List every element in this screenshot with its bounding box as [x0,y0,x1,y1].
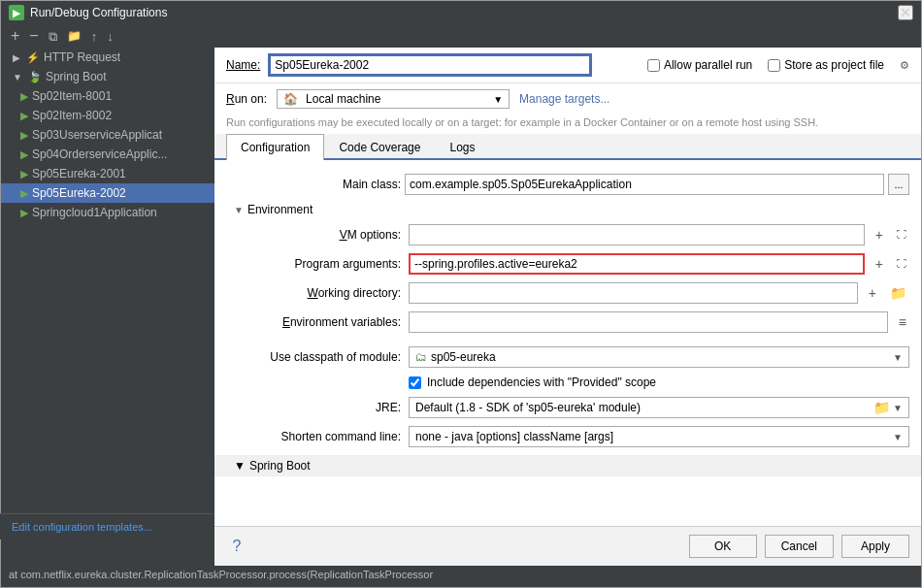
run-icon: ▶ [20,110,28,122]
jre-select[interactable]: Default (1.8 - SDK of 'sp05-eureka' modu… [409,397,909,418]
store-settings-icon[interactable]: ⚙ [900,59,909,72]
shorten-cmd-select[interactable]: none - java [options] className [args] ▼ [409,426,909,447]
working-dir-label: Working directory: [226,286,401,300]
sidebar-item-springcloud1app[interactable]: ▶ Springcloud1Application [1,203,214,222]
run-on-value: Local machine [306,92,380,106]
environment-section-header[interactable]: ▼ Environment [214,199,921,220]
status-bar: at com.netflix.eureka.cluster.Replicatio… [1,566,921,587]
manage-targets-link[interactable]: Manage targets... [519,92,609,106]
run-icon: ▶ [20,207,28,219]
shorten-cmd-label: Shorten command line: [226,430,401,443]
env-variables-label: Environment variables: [226,315,401,329]
dropdown-arrow-icon: ▼ [493,94,503,105]
working-dir-row: Working directory: + 📁 [214,278,921,308]
tab-code-coverage[interactable]: Code Coverage [324,134,435,160]
vm-options-expand-button[interactable]: + [873,228,886,242]
use-classpath-label: Use classpath of module: [226,350,401,364]
environment-label: Environment [247,203,313,216]
include-deps-checkbox[interactable] [409,376,421,389]
include-deps-row: Include dependencies with "Provided" sco… [214,372,921,393]
sidebar-item-spring-boot-group[interactable]: ▼ 🍃 Spring Boot [1,67,214,86]
jre-dropdown-icon: ▼ [893,403,903,413]
name-input[interactable] [270,55,590,75]
allow-parallel-label[interactable]: Allow parallel run [647,58,752,72]
program-args-input[interactable] [409,253,865,275]
vm-options-fullscreen-button[interactable]: ⛶ [894,230,909,240]
program-args-fullscreen-button[interactable]: ⛶ [894,259,909,269]
program-args-expand-button[interactable]: + [873,257,886,271]
remove-button[interactable]: − [25,26,42,46]
sidebar-item-sp03userservice[interactable]: ▶ Sp03UserserviceApplicat [1,125,214,145]
tab-logs[interactable]: Logs [435,134,489,160]
tabs: Configuration Code Coverage Logs [214,134,921,160]
working-dir-expand-button[interactable]: + [866,286,879,300]
sidebar-label: Sp02Item-8002 [32,109,112,122]
sidebar-label: HTTP Request [44,50,120,64]
sidebar-label: Sp02Item-8001 [32,89,112,103]
use-classpath-row: Use classpath of module: 🗂 sp05-eureka ▼ [214,343,921,372]
main-class-input[interactable] [405,174,884,195]
move-down-button[interactable]: ↓ [103,28,117,45]
sidebar: ▶ ⚡ HTTP Request ▼ 🍃 Spring Boot ▶ Sp02I… [1,48,214,566]
shorten-cmd-value: none - java [options] className [args] [415,430,893,443]
classpath-dropdown-icon: ▼ [893,352,903,363]
sidebar-label: Spring Boot [46,70,107,83]
sidebar-item-sp02item-8001[interactable]: ▶ Sp02Item-8001 [1,86,214,106]
checkbox-area: Allow parallel run Store as project file… [647,58,909,72]
allow-parallel-checkbox[interactable] [647,59,660,72]
run-on-select[interactable]: 🏠 Local machine ▼ [277,89,510,109]
use-classpath-select[interactable]: 🗂 sp05-eureka ▼ [409,346,909,368]
env-variables-row: Environment variables: ≡ [214,308,921,337]
main-class-label: Main class: [226,178,401,191]
sidebar-item-sp04orderservice[interactable]: ▶ Sp04OrderserviceApplic... [1,145,214,164]
vm-options-input[interactable] [409,224,865,245]
include-deps-label: Include dependencies with "Provided" sco… [427,376,656,389]
sidebar-item-sp05eureka-2001[interactable]: ▶ Sp05Eureka-2001 [1,164,214,183]
run-icon: ▶ [20,168,28,180]
cancel-button[interactable]: Cancel [765,535,834,558]
store-project-label[interactable]: Store as project file [768,58,884,72]
folder-button[interactable]: 📁 [63,28,85,44]
jre-row: JRE: Default (1.8 - SDK of 'sp05-eureka'… [214,393,921,422]
dialog-title: Run/Debug Configurations [30,6,892,19]
edit-config-templates-link[interactable]: Edit configuration templates... [12,521,152,533]
shorten-cmd-row: Shorten command line: none - java [optio… [214,422,921,451]
env-variables-edit-button[interactable]: ≡ [896,315,909,329]
module-icon: 🗂 [415,350,427,364]
name-row: Name: Allow parallel run Store as projec… [214,48,921,83]
spring-boot-label: Spring Boot [249,459,311,473]
main-content: ▶ ⚡ HTTP Request ▼ 🍃 Spring Boot ▶ Sp02I… [1,48,921,566]
spring-boot-section-header[interactable]: ▼ Spring Boot [214,455,921,476]
sidebar-item-sp05eureka-2002[interactable]: ▶ Sp05Eureka-2002 [1,183,214,203]
use-classpath-value: sp05-eureka [431,350,496,364]
ok-button[interactable]: OK [689,535,757,558]
move-up-button[interactable]: ↑ [87,28,102,45]
run-icon: ▶ [20,90,28,103]
title-bar: ▶ Run/Debug Configurations ✕ [1,1,921,24]
action-bar: ? OK Cancel Apply [214,526,921,566]
working-dir-input[interactable] [409,282,858,304]
vm-options-label: VM options: [226,228,401,242]
env-variables-input[interactable] [409,311,888,333]
config-content: Main class: ... ▼ Environment VM options… [214,160,921,526]
hint-text: Run configurations may be executed local… [214,114,921,134]
jre-value: Default (1.8 - SDK of 'sp05-eureka' modu… [415,401,871,414]
help-button[interactable]: ? [226,536,247,557]
run-on-label: Run on: [226,92,267,106]
close-button[interactable]: ✕ [898,5,913,20]
right-panel: Name: Allow parallel run Store as projec… [214,48,921,566]
sidebar-item-http-request[interactable]: ▶ ⚡ HTTP Request [1,48,214,67]
sidebar-label: Sp05Eureka-2001 [32,167,126,180]
main-class-browse-button[interactable]: ... [888,174,909,195]
working-dir-folder-button[interactable]: 📁 [887,286,909,300]
add-button[interactable]: + [7,26,23,46]
store-project-checkbox[interactable] [768,59,780,72]
tab-configuration[interactable]: Configuration [226,134,324,160]
copy-button[interactable]: ⧉ [45,28,61,45]
sidebar-item-sp02item-8002[interactable]: ▶ Sp02Item-8002 [1,106,214,125]
jre-folder-button[interactable]: 📁 [871,401,893,414]
apply-button[interactable]: Apply [841,535,909,558]
sidebar-label: Springcloud1Application [32,206,157,219]
toolbar: + − ⧉ 📁 ↑ ↓ [1,24,921,48]
name-label: Name: [226,58,260,72]
